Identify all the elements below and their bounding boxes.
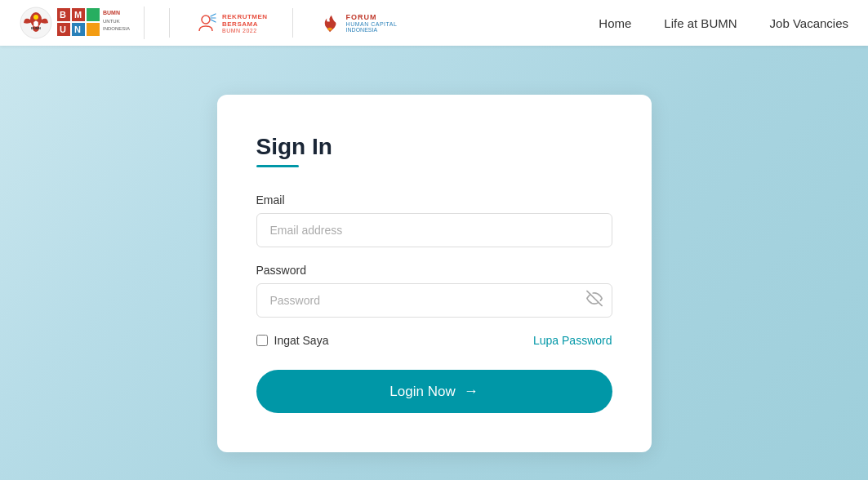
toggle-password-icon[interactable] [586,291,603,311]
forum-text: FORUM HUMAN CAPITAL INDONESIA [346,13,398,33]
svg-point-18 [202,16,210,24]
signin-title: Sign In [256,134,612,160]
email-label: Email [256,193,612,207]
svg-text:U: U [60,24,66,34]
remember-label[interactable]: Ingat Saya [256,334,329,347]
forum-logo: FORUM HUMAN CAPITAL INDONESIA [318,11,398,35]
rekrutmen-text: REKRUTMEN BERSAMA BUMN 2022 [222,13,268,33]
logo-group-bumn: BUMN B U M N [20,7,145,39]
nav-links: Home Life at BUMN Job Vacancies [599,16,848,30]
nav-life-at-bumn[interactable]: Life at BUMN [664,16,737,30]
svg-rect-10 [87,23,100,36]
signin-title-underline [256,165,299,167]
password-input[interactable] [256,283,612,318]
svg-text:UNTUK: UNTUK [103,19,120,24]
logo-divider-2 [292,8,293,38]
bumn-text-logo: B U M N BUMN UNTUK INDONESIA [57,7,131,39]
svg-text:M: M [74,10,82,20]
form-options: Ingat Saya Lupa Password [256,334,612,347]
svg-text:B: B [60,10,66,20]
remember-text: Ingat Saya [274,334,329,347]
password-form-group: Password [256,264,612,318]
svg-rect-9 [87,8,100,21]
svg-point-19 [327,28,332,31]
login-button-label: Login Now [389,384,455,400]
nav-job-vacancies[interactable]: Job Vacancies [770,16,848,30]
forum-icon [318,11,342,35]
arrow-right-icon: → [464,383,479,400]
garuda-logo: BUMN [20,7,52,39]
forgot-password-link[interactable]: Lupa Password [533,334,612,347]
email-input[interactable] [256,213,612,247]
svg-text:BUMN: BUMN [31,26,41,30]
logo-divider-1 [169,8,170,38]
svg-text:BUMN: BUMN [103,10,120,16]
svg-text:N: N [74,24,81,34]
nav-home[interactable]: Home [599,16,631,30]
bumn-logo-svg: B U M N BUMN UNTUK INDONESIA [57,7,131,36]
svg-text:INDONESIA: INDONESIA [103,26,130,31]
email-form-group: Email [256,193,612,247]
svg-point-3 [33,15,38,20]
login-button[interactable]: Login Now → [256,370,612,413]
signin-card: Sign In Email Password [217,95,652,452]
navbar: BUMN B U M N [0,0,868,46]
rekrutmen-logo: REKRUTMEN BERSAMA BUMN 2022 [194,11,268,34]
navbar-logos: BUMN B U M N [20,7,599,39]
rekrutmen-icon [194,11,217,34]
password-label: Password [256,264,612,277]
remember-checkbox[interactable] [256,335,268,346]
password-wrapper [256,283,612,318]
main-content: Sign In Email Password [0,46,868,480]
